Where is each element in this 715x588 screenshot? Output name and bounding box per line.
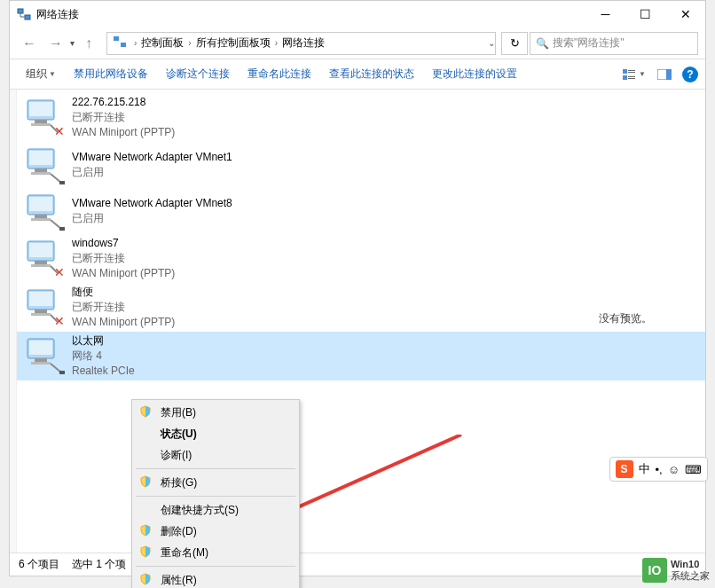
- connection-name: 随便: [72, 285, 175, 300]
- maximize-button[interactable]: ☐: [625, 1, 665, 27]
- preview-pane-button[interactable]: [652, 65, 677, 84]
- watermark-icon: IO: [642, 558, 667, 583]
- content-area: ✕ 222.76.215.218 已断开连接 WAN Miniport (PPT…: [10, 90, 705, 553]
- menu-item[interactable]: 属性(R): [134, 569, 297, 588]
- forward-button[interactable]: →: [43, 31, 68, 56]
- menu-label: 属性(R): [161, 573, 276, 588]
- menu-separator: [136, 566, 295, 567]
- svg-rect-2: [114, 36, 119, 41]
- connection-name: VMware Network Adapter VMnet8: [72, 196, 232, 211]
- svg-rect-3: [121, 43, 126, 47]
- connection-labels: 以太网 网络 4 Realtek PCIe: [72, 333, 135, 379]
- history-dropdown[interactable]: ▾: [70, 38, 75, 48]
- shield-icon: [139, 545, 155, 561]
- diagnose-button[interactable]: 诊断这个连接: [157, 67, 239, 82]
- svg-rect-33: [29, 292, 52, 306]
- svg-rect-13: [29, 102, 52, 116]
- disable-device-button[interactable]: 禁用此网络设备: [65, 67, 157, 82]
- connection-labels: windows7 已断开连接 WAN Miniport (PPTP): [72, 236, 175, 281]
- menu-item[interactable]: 禁用(B): [134, 402, 297, 423]
- connection-labels: VMware Network Adapter VMnet8 已启用: [72, 190, 232, 232]
- ime-emoji-icon[interactable]: ☺: [668, 463, 680, 476]
- connection-device: WAN Miniport (PPTP): [72, 125, 175, 140]
- watermark-line1: Win10: [671, 559, 710, 569]
- connection-item[interactable]: ✕ 222.76.215.218 已断开连接 WAN Miniport (PPT…: [17, 93, 705, 142]
- connection-status: 已断开连接: [72, 251, 175, 266]
- menu-label: 桥接(G): [161, 475, 276, 490]
- menu-item[interactable]: 创建快捷方式(S): [134, 499, 297, 521]
- connection-item[interactable]: ✕ windows7 已断开连接 WAN Miniport (PPTP): [17, 234, 705, 283]
- chevron-down-icon: ▼: [49, 70, 56, 78]
- search-input[interactable]: 🔍 搜索"网络连接": [530, 32, 698, 55]
- ime-lang[interactable]: 中: [639, 461, 650, 477]
- ime-keyboard-icon[interactable]: ⌨: [685, 463, 702, 476]
- ime-punct[interactable]: •,: [656, 463, 663, 476]
- connection-labels: 随便 已断开连接 WAN Miniport (PPTP): [72, 285, 175, 330]
- help-button[interactable]: ?: [682, 67, 698, 82]
- refresh-button[interactable]: ↻: [501, 32, 528, 55]
- network-icon: [17, 7, 31, 21]
- adapter-icon: ✕: [24, 236, 67, 278]
- adapter-icon: [24, 190, 67, 232]
- menu-label: 禁用(B): [161, 405, 276, 420]
- connection-status: 网络 4: [72, 349, 135, 364]
- breadcrumb-item[interactable]: 所有控制面板项: [193, 35, 273, 51]
- svg-rect-7: [623, 75, 627, 80]
- connection-status: 已断开连接: [72, 110, 175, 125]
- svg-rect-8: [628, 76, 635, 77]
- organize-menu[interactable]: 组织 ▼: [17, 67, 65, 82]
- minimize-button[interactable]: ─: [585, 1, 625, 27]
- menu-item[interactable]: 删除(D): [134, 521, 297, 542]
- svg-rect-25: [31, 218, 51, 221]
- rename-button[interactable]: 重命名此连接: [239, 67, 320, 82]
- address-bar[interactable]: › 控制面板 › 所有控制面板项 › 网络连接 ⌄: [106, 32, 496, 55]
- change-settings-button[interactable]: 更改此连接的设置: [423, 67, 526, 82]
- svg-rect-24: [35, 215, 47, 218]
- status-bar: 6 个项目 选中 1 个项: [10, 553, 705, 576]
- svg-text:✕: ✕: [54, 124, 65, 137]
- svg-rect-40: [31, 362, 51, 365]
- menu-separator: [136, 496, 295, 497]
- shield-icon: [139, 475, 155, 490]
- menu-label: 创建快捷方式(S): [161, 503, 276, 518]
- ime-sogou-icon: S: [616, 460, 633, 478]
- svg-rect-21: [59, 181, 65, 184]
- toolbar: 组织 ▼ 禁用此网络设备 诊断这个连接 重命名此连接 查看此连接的状态 更改此连…: [10, 59, 705, 90]
- connection-item[interactable]: VMware Network Adapter VMnet8 已启用: [17, 188, 705, 234]
- search-icon: 🔍: [536, 37, 549, 50]
- view-status-button[interactable]: 查看此连接的状态: [320, 67, 423, 82]
- back-button[interactable]: ←: [17, 31, 42, 56]
- svg-rect-19: [35, 169, 47, 172]
- address-dropdown[interactable]: ⌄: [488, 38, 495, 48]
- breadcrumb-item[interactable]: 网络连接: [279, 35, 327, 51]
- menu-item[interactable]: 诊断(I): [134, 444, 297, 466]
- ime-toolbar[interactable]: S 中 •, ☺ ⌨: [609, 457, 708, 482]
- menu-item[interactable]: 重命名(M): [134, 542, 297, 563]
- menu-item[interactable]: 桥接(G): [134, 472, 297, 493]
- menu-label: 删除(D): [161, 524, 276, 539]
- connection-name: 222.76.215.218: [72, 95, 175, 110]
- svg-text:✕: ✕: [54, 314, 65, 327]
- breadcrumb-item[interactable]: 控制面板: [138, 35, 186, 51]
- menu-item[interactable]: 状态(U): [134, 423, 297, 444]
- adapter-icon: ✕: [24, 95, 67, 137]
- item-count: 6 个项目: [19, 557, 59, 572]
- connection-item[interactable]: VMware Network Adapter VMnet1 已启用: [17, 142, 705, 188]
- svg-rect-11: [666, 69, 672, 80]
- menu-label: 重命名(M): [161, 545, 276, 561]
- svg-rect-34: [35, 310, 47, 313]
- svg-rect-9: [628, 78, 635, 79]
- view-options-button[interactable]: ▼: [622, 65, 647, 84]
- svg-rect-14: [35, 120, 47, 123]
- connection-name: VMware Network Adapter VMnet1: [72, 150, 232, 165]
- preview-text: 没有预览。: [599, 311, 652, 326]
- adapter-icon: [24, 333, 67, 376]
- close-button[interactable]: ✕: [665, 1, 705, 27]
- svg-rect-20: [31, 172, 51, 175]
- shield-icon: [139, 573, 155, 588]
- connection-status: 已断开连接: [72, 300, 175, 315]
- shield-icon: [139, 524, 155, 539]
- svg-rect-5: [628, 70, 635, 71]
- up-button[interactable]: ↑: [76, 31, 101, 56]
- connection-item[interactable]: 以太网 网络 4 Realtek PCIe: [17, 332, 705, 380]
